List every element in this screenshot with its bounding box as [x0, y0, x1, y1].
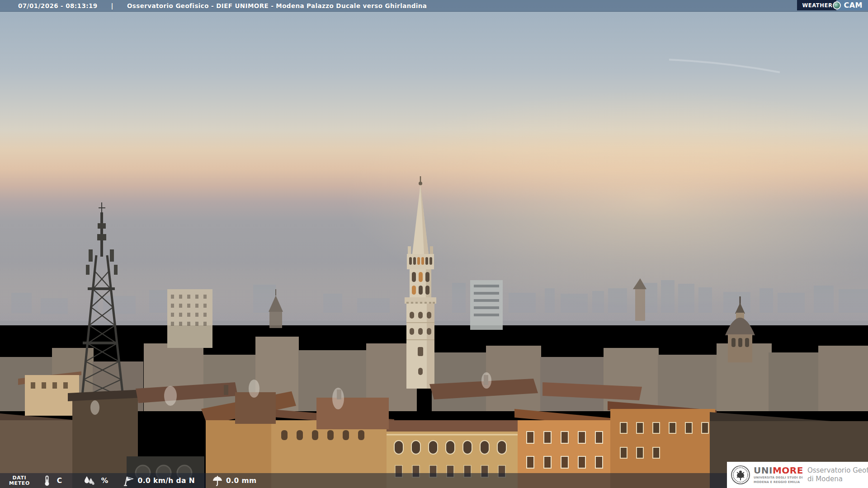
- humidity-unit: %: [101, 477, 108, 485]
- webcam-photo: [0, 0, 868, 488]
- temperature-unit: C: [57, 477, 62, 485]
- university-subtitle-line2: MODENA E REGGIO EMILIA: [754, 480, 803, 484]
- rain-value: 0.0 mm: [226, 477, 257, 485]
- timestamp: 07/01/2026 - 08:13:19: [18, 2, 98, 9]
- umbrella-icon: [212, 475, 223, 486]
- weathercam-cam-label: CAM: [844, 1, 863, 9]
- weathercam-logo-cam: CAM: [837, 0, 868, 10]
- dati-label-line1: DATI: [9, 475, 30, 481]
- weathercam-logo[interactable]: WEATHER CAM: [797, 0, 868, 10]
- webcam-page: 07/01/2026 - 08:13:19 | Osservatorio Geo…: [0, 0, 868, 488]
- top-overlay-bar: 07/01/2026 - 08:13:19 | Osservatorio Geo…: [0, 0, 868, 12]
- dati-meteo-label: DATI METEO: [9, 475, 30, 486]
- unimore-more-text: MORE: [773, 465, 803, 476]
- city-panorama: [0, 0, 868, 488]
- dati-label-line2: METEO: [9, 481, 30, 486]
- separator: |: [111, 2, 113, 9]
- unimore-seal-icon: [731, 465, 750, 485]
- weathercam-logo-weather: WEATHER: [797, 0, 837, 10]
- observatory-name-line2: di Modena: [807, 475, 868, 483]
- observatory-name-line1: Osservatorio Geofisico: [807, 466, 868, 475]
- unimore-wordmark: UNIMORE UNIVERSITÀ DEGLI STUDI DI MODENA…: [754, 466, 803, 484]
- wind-icon: [123, 475, 135, 486]
- observatory-name: Osservatorio Geofisico di Modena: [807, 466, 868, 483]
- camera-title: Osservatorio Geofisico - DIEF UNIMORE - …: [127, 2, 427, 9]
- unimore-branding-box[interactable]: UNIMORE UNIVERSITÀ DEGLI STUDI DI MODENA…: [727, 462, 868, 488]
- university-subtitle-line1: UNIVERSITÀ DEGLI STUDI DI: [754, 476, 803, 479]
- weathercam-weather-label: WEATHER: [802, 2, 833, 9]
- humidity-icon: [83, 475, 95, 486]
- thermometer-icon: [43, 475, 51, 486]
- weathercam-lens-icon: [833, 1, 841, 9]
- unimore-uni-text: UNI: [754, 465, 773, 476]
- wind-value: 0.0 km/h da N: [138, 477, 195, 485]
